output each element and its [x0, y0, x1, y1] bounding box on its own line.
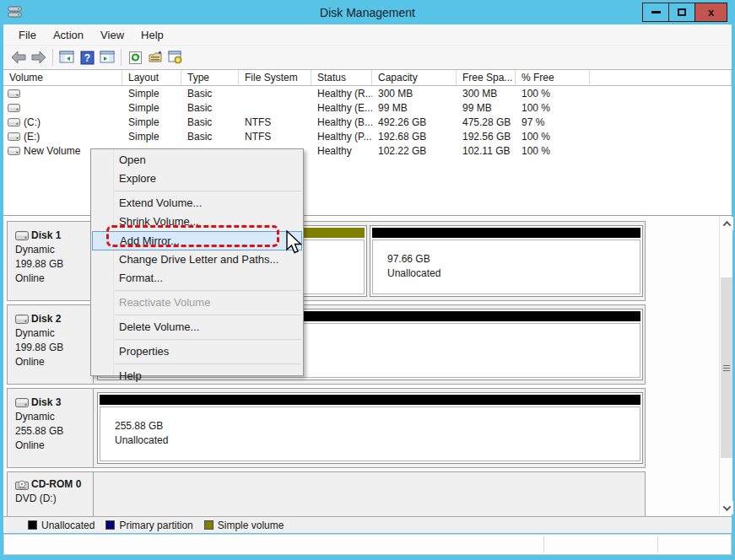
disk-3-label[interactable]: Disk 3 Dynamic 255.88 GB Online [8, 389, 94, 467]
volume-status: Healthy (R... [311, 88, 372, 100]
volume-free: 192.56 GB [457, 131, 516, 143]
disk-kind: Dynamic [15, 410, 93, 424]
toolbar-separator [121, 49, 122, 66]
cdrom-0-row: CD-ROM 0 DVD (D:) [7, 471, 646, 516]
column-header-freespace[interactable]: Free Spa... [457, 70, 516, 85]
volume-capacity: 192.68 GB [372, 131, 457, 143]
show-action-pane-icon[interactable] [97, 48, 117, 67]
maximize-button[interactable] [668, 3, 695, 22]
volume-list-header: Volume Layout Type File System Status Ca… [3, 70, 732, 86]
disk-size: 199.88 GB [15, 257, 93, 272]
table-row[interactable]: (C:) Simple Basic NTFS Healthy (B... 492… [3, 115, 732, 129]
volume-type: Basic [181, 116, 239, 128]
menu-item-format[interactable]: Format... [91, 269, 303, 288]
menu-item-help[interactable]: Help [91, 367, 303, 385]
minimize-icon [651, 11, 661, 13]
show-console-tree-icon[interactable] [57, 48, 77, 67]
disk-name: Disk 3 [31, 396, 61, 410]
volume-context-menu: Open Explore Extend Volume... Shrink Vol… [90, 148, 304, 376]
disk-1-label[interactable]: Disk 1 Dynamic 199.88 GB Online [8, 222, 94, 300]
minimize-button[interactable] [642, 3, 669, 22]
volume-pctfree: 100 % [516, 145, 590, 157]
column-header-capacity[interactable]: Capacity [372, 70, 457, 85]
volume-pctfree: 97 % [516, 116, 590, 128]
column-header-type[interactable]: Type [181, 70, 239, 85]
unallocated-color-swatch [28, 520, 37, 530]
volume-type: Basic [181, 131, 239, 143]
menu-item-change-drive-letter[interactable]: Change Drive Letter and Paths... [91, 250, 303, 269]
menu-help[interactable]: Help [132, 26, 172, 44]
menu-action[interactable]: Action [45, 26, 92, 44]
help-icon[interactable]: ? [77, 48, 97, 67]
snap-in-icon[interactable] [165, 48, 186, 67]
disk-icon [15, 398, 29, 407]
thumb-grip-icon [723, 365, 730, 371]
menu-item-delete-volume[interactable]: Delete Volume... [91, 318, 303, 337]
maximize-icon [678, 8, 686, 16]
menu-item-extend-volume[interactable]: Extend Volume... [91, 194, 303, 213]
column-header-layout[interactable]: Layout [122, 70, 181, 85]
table-row[interactable]: Simple Basic Healthy (E... 99 MB 99 MB 1… [3, 100, 732, 115]
menu-separator [115, 290, 301, 291]
menu-item-properties[interactable]: Properties [91, 342, 303, 361]
legend-simple-volume: Simple volume [204, 520, 284, 531]
volume-free: 300 MB [457, 88, 516, 100]
menu-view[interactable]: View [92, 26, 132, 44]
disk-3-unallocated-partition[interactable]: 255.88 GB Unallocated [97, 392, 643, 464]
disk-status: Online [15, 355, 93, 369]
menu-item-reactivate-volume: Reactivate Volume [91, 293, 303, 312]
column-header-volume[interactable]: Volume [3, 70, 122, 85]
partition-state: Unallocated [387, 267, 640, 281]
chevron-down-icon [722, 503, 731, 511]
disk-1-unallocated-partition[interactable]: 97.66 GB Unallocated [370, 225, 643, 297]
scroll-up-button[interactable] [720, 217, 733, 230]
volume-capacity: 99 MB [372, 102, 457, 114]
menu-item-open[interactable]: Open [91, 151, 303, 170]
statusbar-divider [543, 536, 544, 552]
disk-size: 199.88 GB [15, 341, 93, 355]
disk-2-label[interactable]: Disk 2 Dynamic 199.88 GB Online [8, 305, 94, 384]
chevron-up-icon [722, 220, 731, 229]
menu-separator [115, 363, 301, 364]
refresh-icon[interactable] [125, 48, 145, 67]
cdrom-0-label[interactable]: CD-ROM 0 DVD (D:) [8, 472, 94, 516]
disk-properties-icon[interactable] [145, 48, 165, 67]
menu-file[interactable]: File [10, 26, 45, 44]
back-arrow-icon[interactable] [8, 48, 29, 67]
forward-arrow-icon[interactable] [29, 48, 49, 67]
partition-state: Unallocated [115, 433, 640, 448]
disk-kind: Dynamic [15, 243, 93, 257]
svg-text:?: ? [84, 52, 89, 64]
volume-free: 102.11 GB [457, 145, 516, 157]
disk-3-row: Disk 3 Dynamic 255.88 GB Online 255.88 G… [7, 388, 646, 468]
app-icon [8, 5, 23, 21]
volume-icon [8, 104, 20, 112]
unallocated-header [100, 395, 640, 405]
legend-label: Simple volume [218, 520, 284, 531]
scrollbar-thumb[interactable] [721, 277, 732, 458]
column-header-pctfree[interactable]: % Free [516, 70, 590, 85]
simple-volume-color-swatch [204, 520, 213, 530]
disk-name: Disk 2 [31, 312, 61, 326]
status-bar [3, 534, 732, 555]
column-header-filesystem[interactable]: File System [239, 70, 311, 85]
close-button[interactable]: x [694, 3, 727, 22]
table-row[interactable]: Simple Basic Healthy (R... 300 MB 300 MB… [3, 86, 732, 100]
menu-item-explore[interactable]: Explore [91, 170, 303, 188]
close-icon: x [708, 6, 714, 19]
table-row[interactable]: (E:) Simple Basic NTFS Healthy (P... 192… [3, 129, 732, 143]
column-header-filler [590, 70, 732, 85]
disk-kind: Dynamic [15, 326, 93, 341]
disk-name: CD-ROM 0 [31, 477, 81, 492]
vertical-scrollbar[interactable] [719, 217, 732, 514]
legend-primary-partition: Primary partition [105, 520, 192, 531]
volume-name: (E:) [24, 131, 40, 143]
toolbar: ? [3, 46, 732, 70]
menu-separator [115, 339, 301, 340]
statusbar-divider [657, 536, 658, 552]
scroll-down-button[interactable] [720, 501, 733, 514]
add-mirror-annotation-box [106, 225, 279, 247]
volume-free: 475.28 GB [457, 116, 516, 128]
column-header-status[interactable]: Status [311, 70, 372, 85]
volume-type: Basic [181, 102, 239, 114]
